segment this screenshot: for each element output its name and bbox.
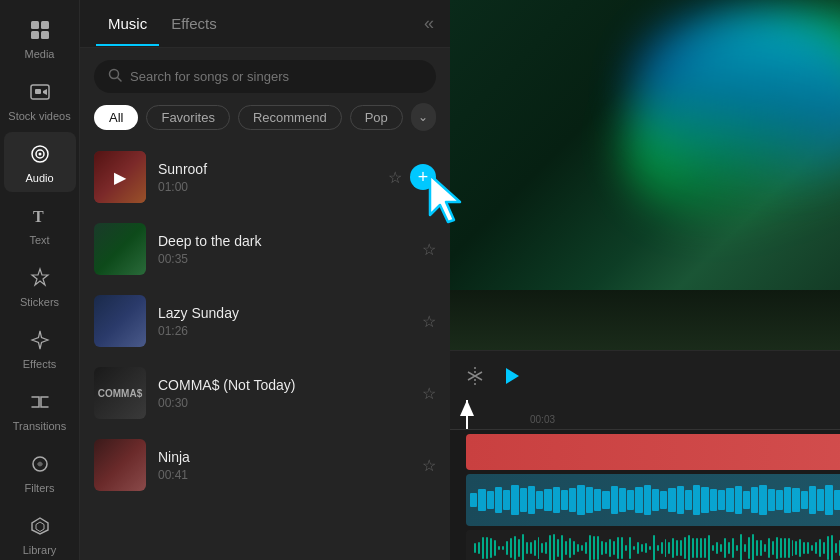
stock-icon <box>26 78 54 106</box>
sidebar-item-transitions[interactable]: Transitions <box>4 380 76 440</box>
effects-icon <box>26 326 54 354</box>
sidebar-item-effects[interactable]: Effects <box>4 318 76 378</box>
song-actions-deep: ☆ <box>422 240 436 259</box>
play-button[interactable] <box>504 367 520 385</box>
filter-pop[interactable]: Pop <box>350 105 403 130</box>
tab-effects[interactable]: Effects <box>159 1 229 46</box>
tabs-row: Music Effects « <box>80 0 450 48</box>
library-icon <box>26 512 54 540</box>
song-duration-sunroof: 01:00 <box>158 180 376 194</box>
collapse-icon[interactable]: « <box>424 13 434 34</box>
preview-area <box>450 0 840 350</box>
preview-image <box>450 0 840 350</box>
star-button-ninja[interactable]: ☆ <box>422 456 436 475</box>
song-info-deep: Deep to the dark 00:35 <box>158 233 410 266</box>
video-track-container <box>450 434 840 470</box>
song-item-ninja[interactable]: Ninja 00:41 ☆ <box>80 429 450 501</box>
split-tool-button[interactable] <box>466 365 484 387</box>
stickers-icon <box>26 264 54 292</box>
song-info-sunroof: Sunroof 01:00 <box>158 161 376 194</box>
audio-track[interactable] <box>466 474 840 526</box>
song-title-lazy: Lazy Sunday <box>158 305 410 321</box>
star-button-comma[interactable]: ☆ <box>422 384 436 403</box>
song-duration-comma: 00:30 <box>158 396 410 410</box>
song-duration-lazy: 01:26 <box>158 324 410 338</box>
star-button-lazy[interactable]: ☆ <box>422 312 436 331</box>
song-thumb-comma: COMMA$ <box>94 367 146 419</box>
playhead[interactable] <box>466 400 468 429</box>
song-thumb-deep <box>94 223 146 275</box>
music-panel: Music Effects « All Favorites Recommend … <box>80 0 450 560</box>
song-actions-lazy: ☆ <box>422 312 436 331</box>
filter-more-icon[interactable]: ⌄ <box>411 103 436 131</box>
ruler-mark-0003: 00:03 <box>530 414 555 425</box>
timeline-toolbar: 00:00:02:5 <box>450 350 840 400</box>
song-duration-ninja: 00:41 <box>158 468 410 482</box>
song-title-sunroof: Sunroof <box>158 161 376 177</box>
song-thumb-sunroof: ▶ <box>94 151 146 203</box>
song-title-comma: COMMA$ (Not Today) <box>158 377 410 393</box>
audio-track-2 <box>466 530 840 560</box>
filter-row: All Favorites Recommend Pop ⌄ <box>80 103 450 141</box>
sidebar-label-transitions: Transitions <box>13 420 66 432</box>
sidebar-item-stock[interactable]: Stock videos <box>4 70 76 130</box>
sidebar-item-stickers[interactable]: Stickers <box>4 256 76 316</box>
search-icon <box>108 68 122 85</box>
sidebar-item-audio[interactable]: Audio <box>4 132 76 192</box>
svg-rect-0 <box>31 21 39 29</box>
song-actions-ninja: ☆ <box>422 456 436 475</box>
sidebar-label-media: Media <box>25 48 55 60</box>
audio-waveform <box>466 474 840 526</box>
svg-rect-5 <box>35 89 41 94</box>
right-panel: 00:00:02:5 00:03 photo... <box>450 0 840 560</box>
svg-marker-12 <box>36 522 44 532</box>
song-item-comma[interactable]: COMMA$ COMMA$ (Not Today) 00:30 ☆ <box>80 357 450 429</box>
song-item-lazy[interactable]: Lazy Sunday 01:26 ☆ <box>80 285 450 357</box>
song-thumb-ninja <box>94 439 146 491</box>
song-title-ninja: Ninja <box>158 449 410 465</box>
sidebar-label-library: Library <box>23 544 57 556</box>
audio-track-container: photo... <box>450 474 840 526</box>
media-icon <box>26 16 54 44</box>
tab-music[interactable]: Music <box>96 1 159 46</box>
search-bar <box>94 60 436 93</box>
search-input[interactable] <box>130 69 422 84</box>
star-button-deep[interactable]: ☆ <box>422 240 436 259</box>
sidebar-label-effects: Effects <box>23 358 56 370</box>
song-list: ▶ Sunroof 01:00 ☆ + Deep to the dark 00:… <box>80 141 450 560</box>
svg-line-14 <box>118 78 122 82</box>
song-info-ninja: Ninja 00:41 <box>158 449 410 482</box>
transitions-icon <box>26 388 54 416</box>
song-actions-comma: ☆ <box>422 384 436 403</box>
filter-recommend[interactable]: Recommend <box>238 105 342 130</box>
video-track[interactable] <box>466 434 840 470</box>
song-actions-sunroof: ☆ + <box>388 164 436 190</box>
timeline-area[interactable]: 00:03 photo... <box>450 400 840 560</box>
song-item-deep[interactable]: Deep to the dark 00:35 ☆ <box>80 213 450 285</box>
audio-icon <box>26 140 54 168</box>
filter-favorites[interactable]: Favorites <box>146 105 229 130</box>
sidebar-label-text: Text <box>29 234 49 246</box>
sidebar-label-audio: Audio <box>25 172 53 184</box>
song-item-sunroof[interactable]: ▶ Sunroof 01:00 ☆ + <box>80 141 450 213</box>
svg-rect-1 <box>41 21 49 29</box>
play-overlay-sunroof: ▶ <box>94 151 146 203</box>
sidebar: Media Stock videos Audio T Text <box>0 0 80 560</box>
song-title-deep: Deep to the dark <box>158 233 410 249</box>
filter-all[interactable]: All <box>94 105 138 130</box>
song-info-comma: COMMA$ (Not Today) 00:30 <box>158 377 410 410</box>
add-button-sunroof[interactable]: + <box>410 164 436 190</box>
sidebar-item-media[interactable]: Media <box>4 8 76 68</box>
song-info-lazy: Lazy Sunday 01:26 <box>158 305 410 338</box>
text-icon: T <box>26 202 54 230</box>
sidebar-item-library[interactable]: Library <box>4 504 76 560</box>
song-duration-deep: 00:35 <box>158 252 410 266</box>
sidebar-item-text[interactable]: T Text <box>4 194 76 254</box>
star-button-sunroof[interactable]: ☆ <box>388 168 402 187</box>
ground <box>450 290 840 350</box>
sidebar-label-filters: Filters <box>25 482 55 494</box>
filters-icon <box>26 450 54 478</box>
sidebar-label-stickers: Stickers <box>20 296 59 308</box>
sidebar-item-filters[interactable]: Filters <box>4 442 76 502</box>
playhead-head <box>460 400 474 416</box>
